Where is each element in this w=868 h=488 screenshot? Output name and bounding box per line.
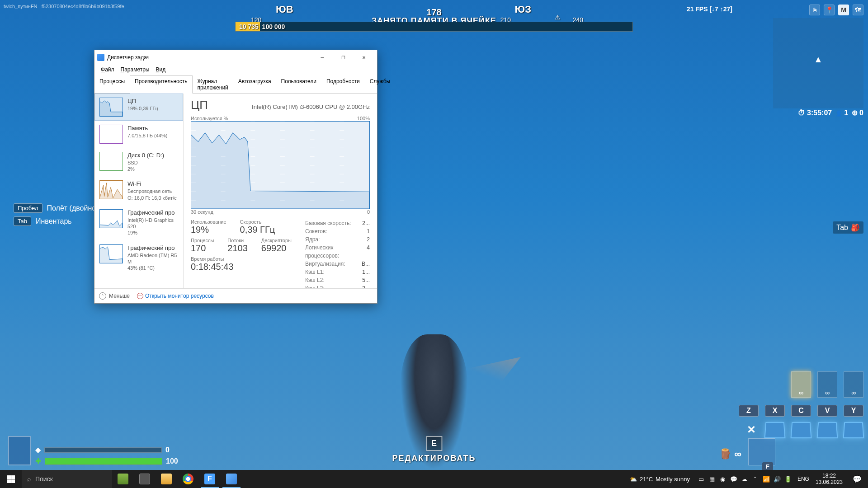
resource-brick[interactable]: ∞ [817, 371, 837, 398]
sidebar-item-disk[interactable]: Диск 0 (C: D:) SSD 2% [94, 148, 183, 176]
memory-mini-chart [99, 125, 123, 144]
uptime-value: 0:18:45:43 [191, 262, 292, 272]
taskbar-app-taskview[interactable] [134, 470, 156, 488]
tab-bar: Процессы Производительность Журнал прило… [94, 75, 377, 94]
menu-options[interactable]: Параметры [118, 66, 152, 74]
tray-wifi-icon[interactable]: 📶 [762, 475, 770, 483]
performance-detail: ЦП Intel(R) Core(TM) i3-6006U CPU @ 2.00… [184, 94, 377, 288]
build-slots: ✕ [747, 421, 863, 438]
tab-services[interactable]: Службы [365, 75, 395, 94]
menu-file[interactable]: Файл [98, 66, 117, 74]
build-cancel-icon[interactable]: ✕ [747, 423, 756, 436]
close-button[interactable]: ✕ [354, 51, 374, 64]
taskbar-clock[interactable]: 18:22 13.06.2023 [812, 473, 846, 486]
minimap[interactable]: ▲ [773, 18, 863, 108]
sidebar-item-cpu[interactable]: ЦП 19% 0,39 ГГц [94, 94, 183, 121]
tray-onedrive-icon[interactable]: ☁ [741, 475, 749, 483]
resource-monitor-link[interactable]: 〰 Открыть монитор ресурсов [137, 293, 214, 299]
menu-bar: Файл Параметры Вид [94, 65, 377, 75]
start-button[interactable] [0, 470, 22, 488]
location-icon[interactable]: 📍 [824, 5, 835, 15]
search-placeholder: Поиск [35, 475, 53, 483]
mouse-icon[interactable]: 🖱 [809, 5, 820, 15]
wifi-mini-chart [99, 180, 123, 199]
build-key-hints: Z X C V Y [739, 405, 863, 417]
match-stats: 3:55:07 1 0 [798, 108, 863, 117]
sidebar-item-gpu0[interactable]: Графический про Intel(R) HD Graphics 520… [94, 205, 183, 240]
usage-value: 19% [191, 225, 226, 235]
threads-label: Потоки [227, 238, 248, 243]
taskbar-app-game[interactable] [112, 470, 134, 488]
health-value: 100 [166, 457, 178, 465]
task-manager-window[interactable]: Диспетчер задач ─ ☐ ✕ Файл Параметры Вид… [94, 50, 377, 304]
cpu-specs: Базовая скорость:2... Сокетов:1 Ядра:2 Л… [305, 219, 370, 288]
tray-battery-icon[interactable]: 🔋 [784, 475, 792, 483]
tab-app-history[interactable]: Журнал приложений [193, 75, 233, 94]
resource-wood[interactable]: ∞ [791, 371, 811, 398]
fps-counter: 21 FPS [↓7 ↑27] [687, 5, 732, 13]
tab-details[interactable]: Подробности [321, 75, 365, 94]
processes-label: Процессы [191, 238, 214, 243]
processes-value: 170 [191, 243, 214, 253]
taskbar-app-explorer[interactable] [156, 470, 177, 488]
person-icon [835, 109, 842, 117]
tab-performance[interactable]: Производительность [130, 75, 192, 94]
tray-icon[interactable]: ▭ [697, 475, 705, 483]
notification-button[interactable]: 💬 [846, 475, 868, 483]
compass-warning-icon: ⚠ [555, 14, 561, 21]
tab-users[interactable]: Пользователи [276, 75, 321, 94]
taskbar-app-fortnite[interactable]: F [199, 470, 221, 488]
handles-label: Дескрипторы [261, 238, 292, 243]
uptime-label: Время работы [191, 256, 292, 262]
graph-axis-right: 0 [367, 209, 370, 215]
sidebar-item-memory[interactable]: Память 7,0/15,8 ГБ (44%) [94, 121, 183, 148]
weapon-slot[interactable] [748, 438, 775, 465]
build-wall[interactable] [764, 422, 785, 438]
build-floor[interactable] [790, 422, 811, 438]
sidebar-item-gpu1[interactable]: Графический про AMD Radeon (TM) R5 M 43%… [94, 240, 183, 276]
resource-monitor-icon: 〰 [137, 293, 143, 299]
sidebar-item-wifi[interactable]: Wi-Fi Беспроводная сеть О: 16,0 П: 16,0 … [94, 176, 183, 205]
build-key-v: V [817, 405, 837, 417]
resource-quantity: 🪵∞ [719, 448, 741, 460]
weather-icon: ⛅ [630, 476, 637, 483]
health-icon: ✚ [35, 457, 41, 465]
tab-processes[interactable]: Процессы [94, 75, 130, 94]
tray-discord-icon[interactable]: 💬 [730, 475, 738, 483]
edit-key: E [426, 436, 442, 451]
cpu-usage-graph[interactable] [191, 121, 370, 209]
tab-startup[interactable]: Автозагрузка [233, 75, 276, 94]
tray-volume-icon[interactable]: 🔊 [773, 475, 781, 483]
fewer-details-button[interactable]: ⌃ Меньше [99, 292, 130, 300]
performance-sidebar: ЦП 19% 0,39 ГГц Память 7,0/15,8 ГБ (44%)… [94, 94, 184, 288]
tray-chevron-up-icon[interactable]: ˄ [751, 475, 760, 483]
taskbar-app-chrome[interactable] [177, 470, 199, 488]
taskbar-app-taskmanager[interactable] [221, 470, 242, 488]
menu-view[interactable]: Вид [153, 66, 168, 74]
tray-icon[interactable]: ▦ [708, 475, 716, 483]
tab-key-hint: Tab [14, 216, 31, 226]
minimize-button[interactable]: ─ [312, 51, 333, 64]
speed-label: Скорость [240, 219, 275, 225]
graph-label-left: Используется % [191, 116, 228, 121]
language-indicator[interactable]: ENG [795, 476, 812, 482]
build-stair[interactable] [816, 422, 838, 438]
taskbar-weather[interactable]: ⛅ 21°C Mostly sunny [625, 476, 694, 483]
shield-icon: ◆ [35, 446, 41, 454]
compass-direction-se: ЮЗ [515, 4, 531, 15]
windows-taskbar: ⌕ Поиск F ⛅ 21°C Mostly sunny ▭ ▦ ◉ 💬 ☁ … [0, 470, 868, 488]
shield-value: 0 [165, 446, 170, 454]
map-icon[interactable]: 🗺 [853, 5, 863, 15]
tray-steam-icon[interactable]: ◉ [719, 475, 727, 483]
m-badge[interactable]: M [838, 5, 849, 15]
build-key-x: X [765, 405, 785, 417]
window-titlebar[interactable]: Диспетчер задач ─ ☐ ✕ [94, 50, 377, 65]
search-box[interactable]: ⌕ Поиск [22, 470, 112, 488]
resource-metal[interactable]: ∞ [844, 371, 863, 398]
build-roof[interactable] [843, 422, 864, 438]
equipped-item-slot[interactable] [8, 436, 31, 465]
resource-slots: ∞ ∞ ∞ [791, 371, 863, 398]
gpu0-mini-chart [99, 209, 123, 228]
target-icon [852, 108, 858, 117]
maximize-button[interactable]: ☐ [333, 51, 354, 64]
